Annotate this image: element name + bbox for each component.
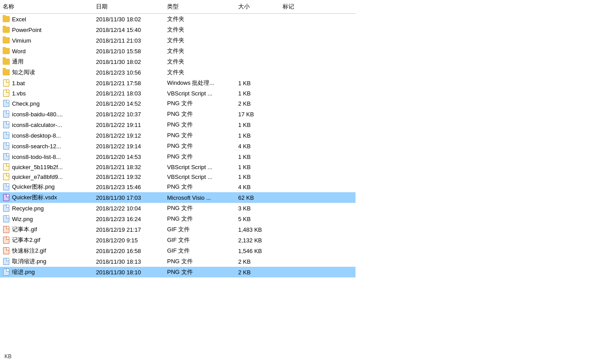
file-name: 通用 [0,57,93,66]
table-row[interactable]: 记事本2.gif 2018/12/20 9:15 GIF 文件 2,132 KB [0,235,355,245]
file-date: 2018/12/23 10:56 [93,69,164,76]
file-type: PNG 文件 [164,268,236,277]
file-size: 1 KB [236,121,280,129]
file-tags [280,176,333,177]
file-date: 2018/11/30 18:02 [93,58,164,66]
visio-file-icon [3,194,10,201]
file-tags [280,93,333,94]
file-name-text: quicker_e7a8bfd9... [12,174,63,180]
file-date: 2018/12/21 18:03 [93,90,164,97]
table-row[interactable]: icons8-search-12... 2018/12/22 19:14 PNG… [0,141,355,151]
file-date: 2018/12/21 19:32 [93,173,164,181]
col-size[interactable]: 大小 [236,2,280,12]
col-tags[interactable]: 标记 [280,2,333,12]
folder-icon [3,26,10,33]
file-type: VBScript Script ... [164,163,236,171]
table-row[interactable]: Vimium 2018/12/11 21:03 文件夹 [0,35,355,46]
file-name: 1.vbs [0,89,93,97]
file-name-text: icons8-search-12... [12,143,61,150]
table-row[interactable]: Quicker图标.png 2018/12/23 15:46 PNG 文件 4 … [0,182,355,192]
table-row[interactable]: 取消缩进.png 2018/11/30 18:13 PNG 文件 2 KB [0,256,355,267]
file-name: Recycle.png [0,204,93,212]
table-row[interactable]: Recycle.png 2018/12/22 10:04 PNG 文件 3 KB [0,203,355,214]
table-row[interactable]: Quicker图标.vsdx 2018/11/30 17:03 Microsof… [0,192,355,203]
file-date: 2018/11/30 18:13 [93,258,164,265]
file-tags [280,272,333,273]
file-date: 2018/12/23 15:46 [93,183,164,191]
file-name: 取消缩进.png [0,257,93,266]
file-name-text: Wiz.png [12,216,33,222]
file-type: 文件夹 [164,36,236,45]
file-name: quicker_e7a8bfd9... [0,173,93,181]
file-tags [280,261,333,262]
table-row[interactable]: PowerPoint 2018/12/14 15:40 文件夹 [0,24,355,35]
file-type: 文件夹 [164,47,236,55]
png-file-icon [3,121,10,128]
gif-file-icon [3,237,10,244]
file-name: Excel [0,15,93,23]
table-row[interactable]: icons8-calculator-... 2018/12/22 19:11 P… [0,119,355,130]
col-type[interactable]: 类型 [164,2,236,12]
png-file-icon [3,258,10,265]
file-tags [280,61,333,62]
file-size: 1 KB [236,132,280,139]
table-row[interactable]: 1.bat 2018/12/21 17:58 Windows 批处理... 1 … [0,78,355,88]
folder-icon [3,37,10,44]
file-date: 2018/12/22 10:37 [93,111,164,118]
png-file-icon [3,205,10,212]
col-name[interactable]: 名称 [0,2,93,12]
table-row[interactable]: 通用 2018/11/30 18:02 文件夹 [0,56,355,67]
table-row[interactable]: Wiz.png 2018/12/23 16:24 PNG 文件 5 KB [0,214,355,224]
file-type: PNG 文件 [164,152,236,161]
file-date: 2018/12/20 14:53 [93,153,164,161]
file-size [236,29,280,30]
file-name: Wiz.png [0,215,93,223]
table-row[interactable]: Check.png 2018/12/20 14:52 PNG 文件 2 KB [0,98,355,109]
table-row[interactable]: icons8-desktop-8... 2018/12/22 19:12 PNG… [0,130,355,141]
table-row[interactable]: icons8-todo-list-8... 2018/12/20 14:53 P… [0,151,355,162]
file-tags [280,197,333,198]
file-tags [280,240,333,241]
table-row[interactable]: 1.vbs 2018/12/21 18:03 VBScript Script .… [0,88,355,98]
file-date: 2018/12/22 19:11 [93,121,164,129]
file-type: GIF 文件 [164,246,236,255]
file-name-text: 记事本.gif [12,226,37,233]
file-size: 2,132 KB [236,237,280,244]
file-tags [280,114,333,115]
table-header: 名称 日期 类型 大小 标记 [0,0,355,14]
col-date[interactable]: 日期 [93,2,164,12]
file-date: 2018/12/19 21:17 [93,226,164,233]
file-tags [280,83,333,83]
png-file-icon [3,269,10,276]
table-row[interactable]: icons8-baidu-480.... 2018/12/22 10:37 PN… [0,109,355,119]
table-row[interactable]: quicker_5b119b2f... 2018/12/21 18:32 VBS… [0,162,355,172]
file-size: 2 KB [236,269,280,276]
png-file-icon [3,100,10,107]
file-name: icons8-desktop-8... [0,131,93,139]
file-type: PNG 文件 [164,110,236,119]
file-date: 2018/12/22 19:14 [93,142,164,150]
file-size: 1,483 KB [236,226,280,233]
table-row[interactable]: 缩进.png 2018/11/30 18:10 PNG 文件 2 KB [0,267,355,277]
gif-file-icon [3,247,10,254]
file-date: 2018/12/20 14:52 [93,100,164,107]
table-row[interactable]: 快速标注2.gif 2018/12/20 16:58 GIF 文件 1,546 … [0,245,355,256]
file-date: 2018/11/30 18:10 [93,269,164,276]
file-explorer: 名称 日期 类型 大小 标记 Excel 2018/11/30 18:02 文件… [0,0,355,355]
file-tags [280,218,333,219]
file-name: Check.png [0,99,93,107]
file-type: VBScript Script ... [164,173,236,181]
table-row[interactable]: Excel 2018/11/30 18:02 文件夹 [0,14,355,24]
file-tags [280,186,333,187]
table-row[interactable]: 记事本.gif 2018/12/19 21:17 GIF 文件 1,483 KB [0,224,355,235]
file-name-text: PowerPoint [12,27,41,33]
table-row[interactable]: 知之阅读 2018/12/23 10:56 文件夹 [0,67,355,78]
png-file-icon [3,215,10,222]
file-tags [280,40,333,41]
table-row[interactable]: Word 2018/12/10 15:58 文件夹 [0,46,355,56]
table-row[interactable]: quicker_e7a8bfd9... 2018/12/21 19:32 VBS… [0,172,355,182]
file-tags [280,103,333,104]
script-file-icon [3,173,10,180]
file-date: 2018/12/14 15:40 [93,26,164,34]
file-name-text: icons8-desktop-8... [12,132,61,139]
